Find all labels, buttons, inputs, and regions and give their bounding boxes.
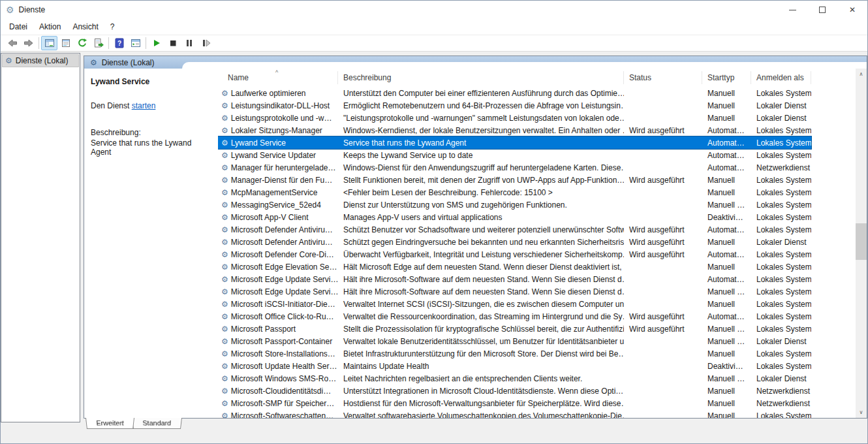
table-row[interactable]: Microsoft Edge Elevation Se…Hält Microso… — [218, 261, 811, 273]
table-row[interactable]: Microsoft Defender Antiviru…Schützt Benu… — [218, 223, 811, 236]
column-header-anmelden-als[interactable]: Anmelden als — [751, 71, 811, 84]
back-button[interactable] — [4, 36, 20, 50]
restart-service-button[interactable] — [197, 36, 213, 50]
taskpad-header-title: Dienste (Lokal) — [102, 58, 155, 67]
service-anmelden-cell: Lokales System — [751, 262, 811, 272]
forward-button[interactable] — [20, 36, 37, 50]
table-row[interactable]: Microsoft iSCSI-Initiator-Die…Verwaltet … — [218, 298, 811, 310]
table-row[interactable]: Microsoft Update Health Ser…Maintains Up… — [218, 360, 811, 372]
service-description-cell: <Fehler beim Lesen der Beschreibung. Feh… — [338, 188, 624, 197]
table-row[interactable]: Microsoft App-V ClientManages App-V user… — [218, 211, 811, 223]
forward-arrow-icon — [23, 38, 34, 48]
menu-ansicht[interactable]: Ansicht — [67, 20, 104, 33]
help-button[interactable]: ? — [111, 36, 127, 50]
service-gear-icon — [221, 89, 228, 98]
table-row[interactable]: Microsoft Defender Core-Di…Überwacht Ver… — [218, 248, 811, 261]
service-name: Microsoft-SMP für Speicher… — [231, 399, 335, 408]
table-row[interactable]: Microsoft Windows SMS-Ro…Leitet Nachrich… — [218, 372, 811, 385]
column-header-status[interactable]: Status — [624, 71, 702, 84]
refresh-button[interactable] — [74, 36, 90, 50]
table-row[interactable]: Leistungsprotokolle und -w…"Leistungspro… — [218, 112, 811, 124]
service-starttyp-cell: Manuell — [702, 89, 751, 98]
table-row[interactable]: Microsoft Edge Update Servi…Hält ihre Mi… — [218, 285, 811, 298]
maximize-button[interactable] — [807, 1, 837, 19]
service-name: Microsoft Windows SMS-Ro… — [231, 374, 336, 383]
table-row[interactable]: Microsoft-Softwareschatten…Verwaltet sof… — [218, 409, 811, 418]
service-name-cell: McpManagementService — [218, 188, 338, 197]
service-name: Microsoft Edge Update Servi… — [231, 287, 338, 296]
table-row[interactable]: Laufwerke optimierenUnterstützt den Comp… — [218, 87, 811, 99]
service-description-cell: Windows-Dienst für den Anwendungszugriff… — [338, 163, 624, 172]
table-row[interactable]: Microsoft Edge Update Servi…Hält ihre Mi… — [218, 273, 811, 285]
tab-erweitert[interactable]: Erweitert — [85, 418, 134, 429]
table-row[interactable]: Microsoft Store-Installations…Bietet Inf… — [218, 347, 811, 360]
tree-item-dienste-lokal[interactable]: Dienste (Lokal) — [2, 54, 79, 67]
column-header-starttyp[interactable]: Starttyp — [702, 71, 751, 84]
scrollbar-thumb[interactable] — [856, 223, 867, 259]
service-anmelden-cell: Lokaler Dienst — [751, 238, 811, 247]
scrollbar-track[interactable] — [856, 80, 867, 407]
service-gear-icon — [221, 349, 228, 358]
start-service-button[interactable] — [148, 36, 164, 50]
service-gear-icon — [221, 151, 228, 160]
menu-aktion[interactable]: Aktion — [33, 20, 67, 33]
service-gear-icon — [221, 213, 228, 222]
table-row[interactable]: Microsoft PassportStellt die Prozessisol… — [218, 323, 811, 335]
table-row[interactable]: Lywand ServiceService that runs the Lywa… — [218, 136, 811, 149]
table-row[interactable]: Microsoft Office Click-to-Ru…Verwaltet d… — [218, 310, 811, 323]
service-anmelden-cell: Lokaler Dienst — [751, 114, 811, 123]
show-console-tree-button[interactable] — [41, 36, 57, 50]
tab-standard[interactable]: Standard — [132, 418, 182, 429]
service-name-cell: Microsoft Defender Core-Di… — [218, 250, 338, 259]
vertical-scrollbar[interactable]: ∧ ∨ — [856, 69, 867, 418]
scroll-down-icon[interactable]: ∨ — [856, 407, 867, 418]
service-name-cell: Leistungsindikator-DLL-Host — [218, 101, 338, 110]
menu-help[interactable]: ? — [104, 20, 121, 33]
service-anmelden-cell: Lokales System — [751, 411, 811, 419]
column-header-beschreibung[interactable]: Beschreibung — [338, 71, 624, 84]
service-gear-icon — [221, 275, 228, 284]
service-anmelden-cell: Lokales System — [751, 300, 811, 309]
stop-service-button[interactable] — [164, 36, 181, 50]
table-row[interactable]: Lokaler Sitzungs-ManagerWindows-Kerndien… — [218, 124, 811, 136]
pause-service-button[interactable] — [181, 36, 197, 50]
export-list-button[interactable] — [90, 36, 106, 50]
service-description-cell: Unterstützt Integrationen in Microsoft C… — [338, 387, 624, 396]
table-row[interactable]: Manager-Dienst für den Fu…Stellt Funktio… — [218, 174, 811, 186]
service-gear-icon — [221, 225, 228, 234]
service-description-cell: Verwaltet lokale Benutzeridentitätsschlü… — [338, 337, 624, 346]
show-taskpad-button[interactable] — [127, 36, 144, 50]
service-anmelden-cell: Lokales System — [751, 275, 811, 284]
action-prefix: Den Dienst — [91, 101, 132, 110]
close-icon — [849, 5, 856, 14]
table-row[interactable]: Microsoft Passport-ContainerVerwaltet lo… — [218, 335, 811, 347]
table-row[interactable]: Microsoft-SMP für Speicher…Hostdienst fü… — [218, 397, 811, 409]
service-description-cell: "Leistungsprotokolle und -warnungen" sam… — [338, 114, 624, 123]
service-starttyp-cell: Manuell — [702, 411, 751, 419]
content-area: Dienste (Lokal) Dienste (Lokal) Lywand S… — [1, 52, 867, 443]
service-name: Microsoft Defender Antiviru… — [231, 238, 333, 247]
service-description-cell: Bietet Infrastrukturunterstützung für de… — [338, 349, 624, 358]
service-starttyp-cell: Deaktivi… — [702, 213, 751, 222]
service-name: MessagingService_52ed4 — [231, 200, 321, 210]
table-row[interactable]: Lywand Service UpdaterKeeps the Lywand S… — [218, 149, 811, 161]
service-anmelden-cell: Lokales System — [751, 126, 811, 135]
table-row[interactable]: McpManagementService<Fehler beim Lesen d… — [218, 186, 811, 198]
service-starttyp-cell: Manuell … — [702, 337, 751, 346]
start-service-link[interactable]: starten — [132, 101, 156, 110]
minimize-button[interactable] — [777, 1, 807, 19]
table-row[interactable]: Microsoft Defender Antiviru…Schützt gege… — [218, 236, 811, 248]
table-row[interactable]: Leistungsindikator-DLL-HostErmöglicht Re… — [218, 99, 811, 112]
close-button[interactable] — [837, 1, 867, 19]
scroll-up-icon[interactable]: ∧ — [856, 69, 867, 80]
service-description-cell: Unterstützt den Computer bei einer effiz… — [338, 89, 624, 98]
services-rows: Laufwerke optimierenUnterstützt den Comp… — [218, 87, 856, 418]
table-row[interactable]: MessagingService_52ed4Dienst zur Unterst… — [218, 198, 811, 211]
menu-datei[interactable]: Datei — [3, 20, 33, 33]
table-row[interactable]: Microsoft-Cloudidentitätsdi…Unterstützt … — [218, 385, 811, 397]
service-description-cell: Schützt gegen Eindringversuche bei bekan… — [338, 238, 624, 247]
service-name-cell: Manager-Dienst für den Fu… — [218, 176, 338, 185]
table-row[interactable]: Manager für heruntergelade…Windows-Diens… — [218, 161, 811, 174]
service-anmelden-cell: Lokales System — [751, 188, 811, 197]
properties-button[interactable] — [57, 36, 74, 50]
